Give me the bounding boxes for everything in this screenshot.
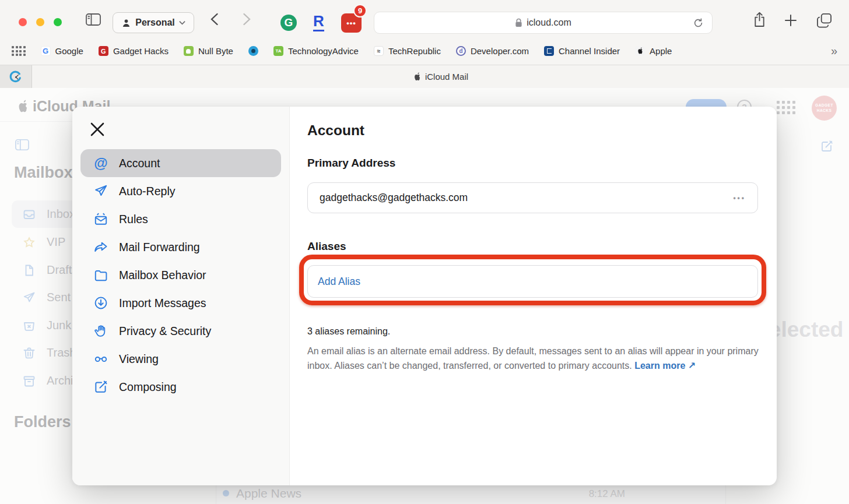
technologyadvice-favicon: TA (273, 46, 283, 56)
person-icon (121, 18, 131, 28)
tab-overview-icon[interactable] (816, 13, 832, 28)
forward-arrow-icon (93, 239, 108, 255)
bookmark-technologyadvice[interactable]: TA TechnologyAdvice (273, 46, 359, 56)
settings-nav-composing[interactable]: Composing (80, 373, 281, 401)
settings-nav-mailbox-behavior[interactable]: Mailbox Behavior (80, 261, 281, 289)
url-text: icloud.com (527, 17, 571, 28)
learn-more-link[interactable]: Learn more (634, 361, 685, 371)
minimize-window-button[interactable] (36, 18, 44, 26)
bookmarks-bar: G Google G Gadget Hacks Null Byte TA Tec… (0, 37, 849, 65)
aliases-remaining-text: 3 aliases remaining. (307, 326, 390, 337)
google-favicon: G (41, 46, 51, 56)
compose-icon (93, 379, 108, 394)
primary-address-field: gadgethacks@gadgethacks.com ••• (307, 182, 758, 213)
reload-icon[interactable] (693, 17, 704, 29)
bookmark-developer-com[interactable]: d Developer.com (456, 46, 529, 56)
sidebar-toggle-icon[interactable] (86, 13, 101, 26)
add-alias-label: Add Alias (318, 276, 360, 288)
round-blue-favicon (248, 46, 258, 56)
bookmark-apple[interactable]: Apple (635, 46, 672, 56)
pinned-tab-favicon (9, 71, 22, 83)
close-window-button[interactable] (19, 18, 27, 26)
browser-toolbar: Personal G R ••• 9 icloud.com (0, 0, 849, 37)
rules-envelope-icon (93, 212, 108, 227)
close-icon[interactable] (89, 121, 106, 138)
apple-logo-icon (413, 72, 421, 82)
null-byte-favicon (184, 46, 194, 56)
tab-title: iCloud Mail (425, 72, 468, 82)
settings-content: Account Primary Address gadgethacks@gadg… (290, 107, 777, 485)
techrepublic-favicon: ≈ (374, 46, 384, 56)
folder-icon (93, 267, 108, 283)
bookmark-channel-insider[interactable]: Channel Insider (544, 46, 620, 56)
external-link-arrow-icon: ↗ (688, 361, 696, 371)
rakuten-extension-icon[interactable]: R (313, 13, 324, 31)
lock-icon (515, 18, 522, 27)
aliases-heading: Aliases (307, 240, 346, 253)
channel-insider-favicon (544, 46, 554, 56)
gadget-hacks-favicon: G (99, 46, 108, 56)
forward-button[interactable] (243, 13, 251, 26)
bookmarks-overflow-chevron[interactable]: » (831, 44, 837, 58)
settings-nav-viewing[interactable]: Viewing (80, 345, 281, 373)
primary-address-heading: Primary Address (307, 157, 395, 170)
settings-nav-account[interactable]: @ Account (80, 149, 281, 177)
paper-plane-icon (93, 184, 108, 199)
profile-label: Personal (135, 17, 175, 28)
settings-nav-auto-reply[interactable]: Auto-Reply (80, 177, 281, 205)
new-tab-icon[interactable] (784, 14, 797, 27)
at-icon: @ (93, 156, 108, 171)
bookmark-gadget-hacks[interactable]: G Gadget Hacks (99, 46, 169, 56)
more-options-button[interactable]: ••• (733, 194, 746, 202)
primary-address-value: gadgethacks@gadgethacks.com (320, 192, 468, 204)
grammarly-extension-icon[interactable]: G (280, 15, 297, 31)
settings-modal: @ Account Auto-Reply Rules Mail Forwardi… (72, 107, 777, 485)
add-alias-button[interactable]: Add Alias (307, 265, 758, 298)
back-button[interactable] (210, 13, 219, 26)
settings-nav-mail-forwarding[interactable]: Mail Forwarding (80, 233, 281, 261)
tab-icloud-mail[interactable]: iCloud Mail (32, 65, 849, 88)
bookmark-google[interactable]: G Google (41, 46, 83, 56)
extension-badge-count: 9 (353, 4, 367, 17)
bookmark-unlabeled[interactable] (248, 46, 258, 56)
bookmark-techrepublic[interactable]: ≈ TechRepublic (374, 46, 441, 56)
settings-nav: @ Account Auto-Reply Rules Mail Forwardi… (72, 107, 290, 485)
pinned-tab[interactable] (0, 65, 32, 88)
zoom-window-button[interactable] (54, 18, 62, 26)
settings-nav-rules[interactable]: Rules (80, 205, 281, 233)
profile-switcher-button[interactable]: Personal (113, 12, 194, 33)
bookmark-null-byte[interactable]: Null Byte (184, 46, 233, 56)
settings-nav-privacy-security[interactable]: Privacy & Security (80, 317, 281, 345)
settings-page-title: Account (307, 122, 364, 139)
alias-description: An email alias is an alternate email add… (307, 344, 761, 373)
passwords-dots: ••• (346, 19, 356, 27)
settings-nav-import-messages[interactable]: Import Messages (80, 289, 281, 317)
frequently-visited-grid-icon[interactable] (12, 46, 26, 56)
import-download-icon (93, 295, 108, 311)
developer-com-favicon: d (456, 46, 466, 56)
address-bar[interactable]: icloud.com (374, 12, 713, 34)
apple-favicon (635, 46, 645, 56)
glasses-icon (93, 351, 108, 366)
share-icon[interactable] (753, 12, 766, 27)
chevron-down-icon (179, 20, 185, 25)
icloud-mail-page: iCloud Mail ? GADGET HACKS Mailboxes Inb… (0, 88, 849, 504)
hand-icon (93, 323, 108, 339)
tab-bar: iCloud Mail (0, 65, 849, 88)
